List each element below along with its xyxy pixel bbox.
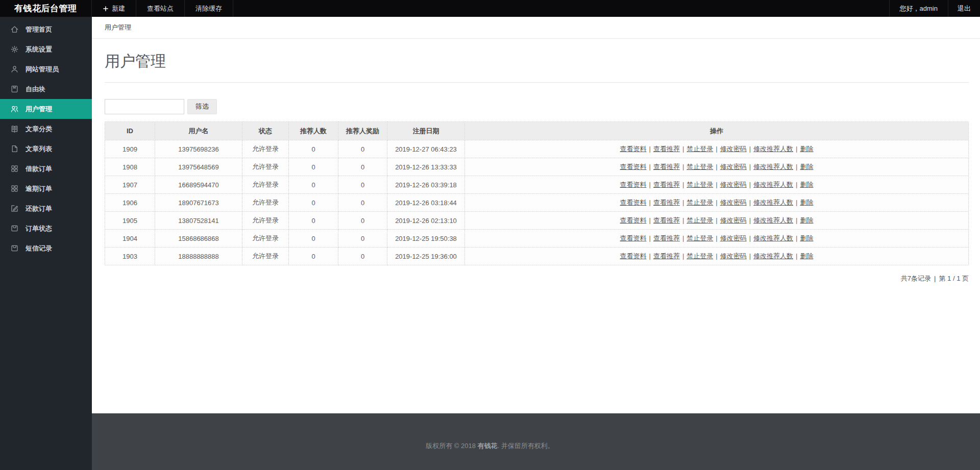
delete-link[interactable]: 删除 — [800, 199, 813, 206]
title-divider — [105, 82, 969, 83]
action-separator: | — [649, 252, 651, 260]
table-row: 190813975648569允许登录002019-12-26 13:33:33… — [105, 158, 969, 176]
view-profile-link[interactable]: 查看资料 — [620, 199, 647, 206]
sidebar-item-sms-records[interactable]: 短信记录 — [0, 238, 92, 258]
filter-button[interactable]: 筛选 — [187, 99, 217, 114]
sidebar-item-home[interactable]: 管理首页 — [0, 19, 92, 39]
view-referrals-link[interactable]: 查看推荐 — [653, 252, 680, 260]
view-referrals-link[interactable]: 查看推荐 — [653, 199, 680, 206]
register-date-cell: 2019-12-26 02:13:10 — [387, 212, 465, 230]
user-id-cell: 1909 — [105, 140, 155, 158]
forbid-login-link[interactable]: 禁止登录 — [687, 163, 713, 170]
logout-button[interactable]: 退出 — [948, 0, 980, 17]
edit-referral-count-link[interactable]: 修改推荐人数 — [753, 252, 793, 260]
app-brand[interactable]: 有钱花后台管理 — [0, 0, 92, 17]
sidebar-item-user-management[interactable]: 用户管理 — [0, 99, 92, 119]
forbid-login-link[interactable]: 禁止登录 — [687, 199, 713, 206]
change-password-link[interactable]: 修改密码 — [720, 199, 747, 206]
change-password-link[interactable]: 修改密码 — [720, 234, 747, 242]
change-password-link[interactable]: 修改密码 — [720, 181, 747, 188]
view-referrals-link[interactable]: 查看推荐 — [653, 145, 680, 153]
sidebar-item-site-admins[interactable]: 网站管理员 — [0, 59, 92, 79]
sidebar-item-loan-orders[interactable]: 借款订单 — [0, 159, 92, 179]
forbid-login-link[interactable]: 禁止登录 — [687, 181, 713, 188]
delete-link[interactable]: 删除 — [800, 163, 813, 170]
gear-icon — [10, 45, 19, 54]
action-separator: | — [716, 199, 717, 206]
login-status-cell: 允许登录 — [242, 176, 289, 194]
table-row: 190913975698236允许登录002019-12-27 06:43:23… — [105, 140, 969, 158]
action-separator: | — [682, 199, 684, 206]
home-icon — [10, 25, 19, 34]
delete-link[interactable]: 删除 — [800, 181, 813, 188]
forbid-login-link[interactable]: 禁止登录 — [687, 252, 713, 260]
forbid-login-link[interactable]: 禁止登录 — [687, 145, 713, 153]
view-referrals-link[interactable]: 查看推荐 — [653, 216, 680, 224]
delete-link[interactable]: 删除 — [800, 145, 813, 153]
change-password-link[interactable]: 修改密码 — [720, 252, 747, 260]
action-separator: | — [749, 216, 751, 224]
edit-referral-count-link[interactable]: 修改推荐人数 — [753, 234, 793, 242]
sidebar-item-article-list[interactable]: 文章列表 — [0, 139, 92, 159]
view-referrals-link[interactable]: 查看推荐 — [653, 181, 680, 188]
sidebar-item-label: 系统设置 — [26, 45, 52, 54]
actions-cell: 查看资料|查看推荐|禁止登录|修改密码|修改推荐人数|删除 — [465, 176, 969, 194]
action-separator: | — [796, 252, 797, 260]
edit-referral-count-link[interactable]: 修改推荐人数 — [753, 145, 793, 153]
sidebar-item-repayment-orders[interactable]: 还款订单 — [0, 199, 92, 218]
table-header-row: ID用户名状态推荐人数推荐人奖励注册日期操作 — [105, 122, 969, 140]
topbar-nav-clear-cache[interactable]: 清除缓存 — [185, 0, 233, 17]
edit-referral-count-link[interactable]: 修改推荐人数 — [753, 216, 793, 224]
table-row: 190415868686868允许登录002019-12-25 19:50:38… — [105, 230, 969, 248]
register-date-cell: 2019-12-25 19:50:38 — [387, 230, 465, 248]
record-count: 共7条记录 — [901, 275, 931, 282]
action-separator: | — [716, 216, 717, 224]
register-date-cell: 2019-12-25 19:36:00 — [387, 248, 465, 265]
edit-referral-count-link[interactable]: 修改推荐人数 — [753, 181, 793, 188]
forbid-login-link[interactable]: 禁止登录 — [687, 216, 713, 224]
sidebar-item-label: 借款订单 — [26, 164, 52, 174]
action-separator: | — [649, 181, 651, 188]
view-profile-link[interactable]: 查看资料 — [620, 181, 647, 188]
view-referrals-link[interactable]: 查看推荐 — [653, 234, 680, 242]
footer-area: 版权所有 © 2018 有钱花. 并保留所有权利。 — [92, 413, 980, 470]
action-separator: | — [649, 199, 651, 206]
actions-cell: 查看资料|查看推荐|禁止登录|修改密码|修改推荐人数|删除 — [465, 230, 969, 248]
username-cell: 13975648569 — [155, 158, 242, 176]
sidebar-item-free-blocks[interactable]: 自由块 — [0, 79, 92, 99]
view-profile-link[interactable]: 查看资料 — [620, 163, 647, 170]
edit-referral-count-link[interactable]: 修改推荐人数 — [753, 199, 793, 206]
sidebar-item-system-settings[interactable]: 系统设置 — [0, 39, 92, 59]
change-password-link[interactable]: 修改密码 — [720, 145, 747, 153]
view-profile-link[interactable]: 查看资料 — [620, 145, 647, 153]
sidebar-item-order-status[interactable]: 订单状态 — [0, 218, 92, 238]
forbid-login-link[interactable]: 禁止登录 — [687, 234, 713, 242]
user-id-cell: 1904 — [105, 230, 155, 248]
topbar-nav-new[interactable]: 新建 — [92, 0, 136, 17]
change-password-link[interactable]: 修改密码 — [720, 163, 747, 170]
sidebar-item-article-categories[interactable]: 文章分类 — [0, 119, 92, 139]
register-date-cell: 2019-12-26 03:18:44 — [387, 194, 465, 212]
username-cell: 16689594470 — [155, 176, 242, 194]
filter-row: 筛选 — [105, 99, 969, 114]
topbar-nav-view-site[interactable]: 查看站点 — [136, 0, 185, 17]
action-separator: | — [682, 252, 684, 260]
view-profile-link[interactable]: 查看资料 — [620, 234, 647, 242]
view-profile-link[interactable]: 查看资料 — [620, 252, 647, 260]
action-separator: | — [649, 145, 651, 153]
delete-link[interactable]: 删除 — [800, 216, 813, 224]
filter-input[interactable] — [105, 99, 184, 114]
change-password-link[interactable]: 修改密码 — [720, 216, 747, 224]
breadcrumb: 用户管理 — [92, 17, 980, 39]
edit-referral-count-link[interactable]: 修改推荐人数 — [753, 163, 793, 170]
delete-link[interactable]: 删除 — [800, 234, 813, 242]
user-id-cell: 1908 — [105, 158, 155, 176]
delete-link[interactable]: 删除 — [800, 252, 813, 260]
table-row: 190513807528141允许登录002019-12-26 02:13:10… — [105, 212, 969, 230]
action-separator: | — [796, 181, 797, 188]
action-separator: | — [749, 163, 751, 170]
view-profile-link[interactable]: 查看资料 — [620, 216, 647, 224]
view-referrals-link[interactable]: 查看推荐 — [653, 163, 680, 170]
sidebar-item-overdue-orders[interactable]: 逾期订单 — [0, 179, 92, 199]
login-status-cell: 允许登录 — [242, 212, 289, 230]
